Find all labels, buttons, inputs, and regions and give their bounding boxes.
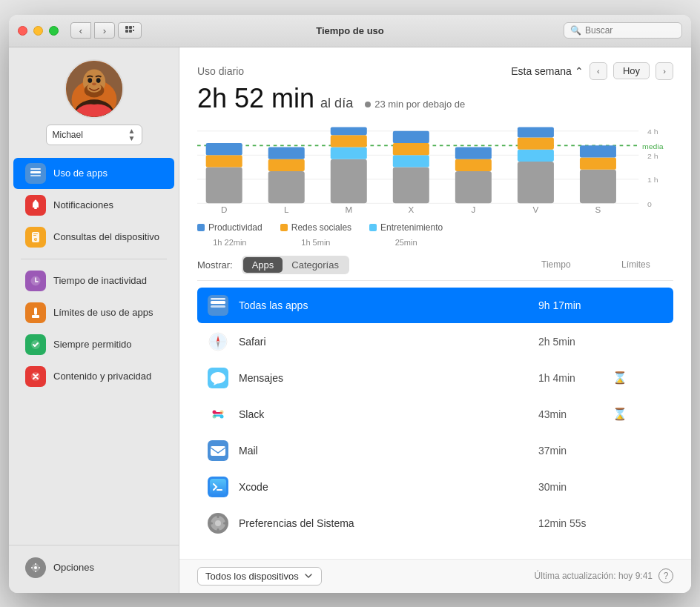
content-inner: Uso diario Esta semana ⌃ ‹ Hoy › 2h 52 m…: [179, 47, 691, 559]
bar-chart: media D L: [197, 123, 673, 219]
time-display: 2h 52 min al día 23 min por debajo de: [197, 83, 673, 114]
sidebar-label-app-limits: Límites de uso de apps: [53, 307, 153, 318]
time-comparison: 23 min por debajo de: [365, 99, 465, 110]
week-next-button[interactable]: ›: [656, 62, 673, 80]
svg-rect-69: [580, 169, 616, 203]
app-name-safari: Safari: [239, 336, 538, 348]
table-row[interactable]: Todas las apps 9h 17min: [197, 288, 673, 323]
svg-rect-61: [455, 159, 492, 170]
entertainment-label: Entretenimiento: [380, 222, 443, 233]
svg-point-103: [215, 520, 221, 526]
svg-point-94: [213, 414, 217, 418]
grid-button[interactable]: [118, 22, 142, 39]
app-limit-messages: ⌛: [612, 371, 664, 385]
device-selector-arrow: [303, 571, 314, 581]
svg-text:X: X: [408, 205, 414, 214]
show-tabs: Apps Categorías: [242, 256, 349, 274]
forward-button[interactable]: ›: [94, 22, 115, 39]
minimize-button[interactable]: [33, 26, 43, 36]
username-selector[interactable]: Michael ▲ ▼: [46, 125, 142, 145]
sidebar-label-content-privacy: Contenido y privacidad: [53, 371, 151, 382]
comparison-dot: [365, 102, 371, 107]
device-selector[interactable]: Todos los dispositivos: [197, 567, 322, 586]
svg-point-95: [220, 410, 224, 414]
main-window: ‹ › Tiempo de uso 🔍: [9, 15, 691, 593]
svg-rect-106: [209, 522, 213, 524]
svg-rect-51: [331, 147, 367, 159]
window-title: Tiempo de uso: [316, 25, 384, 36]
week-selector[interactable]: Esta semana ⌃: [511, 65, 584, 77]
productivity-time: 1h 22min: [213, 238, 246, 247]
svg-text:M: M: [345, 205, 352, 214]
table-row[interactable]: Mensajes 1h 4min ⌛: [197, 360, 673, 396]
today-button[interactable]: Hoy: [613, 62, 650, 79]
svg-point-35: [39, 567, 40, 568]
search-bar[interactable]: 🔍: [564, 22, 682, 39]
device-selector-text: Todos los dispositivos: [205, 571, 299, 582]
help-button[interactable]: ?: [658, 568, 673, 583]
traffic-lights: [18, 26, 59, 36]
svg-rect-23: [33, 235, 36, 236]
sidebar-label-always-allowed: Siempre permitido: [53, 339, 132, 350]
svg-rect-18: [30, 168, 41, 170]
sidebar-nav: Uso de apps Notificaciones Consultas del…: [9, 154, 179, 396]
entertainment-color: [369, 224, 377, 231]
svg-rect-70: [580, 157, 616, 169]
sidebar-item-notifications[interactable]: Notificaciones: [13, 190, 174, 221]
time-value: 2h 52 min: [197, 83, 314, 114]
sidebar-item-device-checkups[interactable]: Consultas del dispositivo: [13, 222, 174, 253]
svg-rect-27: [32, 315, 39, 318]
svg-rect-104: [217, 514, 219, 518]
table-row[interactable]: Safari 2h 5min: [197, 324, 673, 359]
legend-area: Productividad 1h 22min Redes sociales 1h…: [197, 222, 673, 247]
svg-rect-42: [206, 167, 242, 203]
table-row[interactable]: Xcode 30min: [197, 469, 673, 505]
maximize-button[interactable]: [49, 26, 59, 36]
svg-rect-67: [518, 127, 554, 137]
svg-rect-57: [393, 143, 429, 155]
time-suffix: al día: [320, 96, 353, 111]
svg-rect-26: [34, 308, 37, 315]
col-header-time: Tiempo: [541, 259, 615, 270]
close-button[interactable]: [18, 26, 27, 36]
sidebar-item-downtime[interactable]: Tiempo de inactividad: [13, 265, 174, 296]
app-icon-prefs: [206, 511, 230, 535]
sidebar-item-content-privacy[interactable]: Contenido y privacidad: [13, 361, 174, 392]
legend-top-entertainment: Entretenimiento: [369, 222, 443, 233]
week-selector-text: Esta semana: [511, 65, 572, 77]
table-row[interactable]: Mail 37min: [197, 433, 673, 468]
svg-rect-56: [393, 155, 429, 167]
tab-apps[interactable]: Apps: [243, 257, 283, 273]
svg-point-34: [31, 567, 33, 568]
app-limit-slack: ⌛: [612, 407, 664, 421]
sidebar-item-app-usage[interactable]: Uso de apps: [13, 158, 174, 189]
titlebar-nav: ‹ ›: [70, 22, 115, 39]
svg-rect-50: [331, 159, 367, 203]
svg-point-14: [96, 78, 100, 83]
table-row[interactable]: Slack 43min ⌛: [197, 397, 673, 432]
social-color: [280, 224, 288, 231]
svg-rect-60: [455, 171, 492, 203]
sidebar-item-app-limits[interactable]: Límites de uso de apps: [13, 297, 174, 328]
social-label: Redes sociales: [291, 222, 351, 233]
svg-text:D: D: [221, 205, 227, 214]
app-time-todas: 9h 17min: [538, 299, 612, 311]
svg-rect-0: [125, 26, 128, 29]
options-icon: [25, 557, 46, 578]
svg-rect-78: [211, 301, 225, 304]
sidebar-item-options[interactable]: Opciones: [13, 552, 174, 583]
app-name-mail: Mail: [239, 445, 538, 457]
chart-area: media D L: [197, 123, 673, 219]
app-icon-messages: [206, 366, 230, 390]
search-input[interactable]: [585, 25, 676, 36]
svg-text:S: S: [595, 205, 601, 214]
main-content: Michael ▲ ▼ Uso de apps: [9, 47, 691, 593]
back-button[interactable]: ‹: [70, 22, 91, 39]
svg-rect-2: [125, 30, 128, 33]
svg-rect-65: [518, 149, 554, 161]
sidebar-item-always-allowed[interactable]: Siempre permitido: [13, 329, 174, 360]
week-prev-button[interactable]: ‹: [590, 62, 607, 80]
sidebar-label-notifications: Notificaciones: [53, 199, 113, 210]
tab-categories[interactable]: Categorías: [283, 257, 348, 273]
table-row[interactable]: Preferencias del Sistema 12min 55s: [197, 505, 673, 541]
